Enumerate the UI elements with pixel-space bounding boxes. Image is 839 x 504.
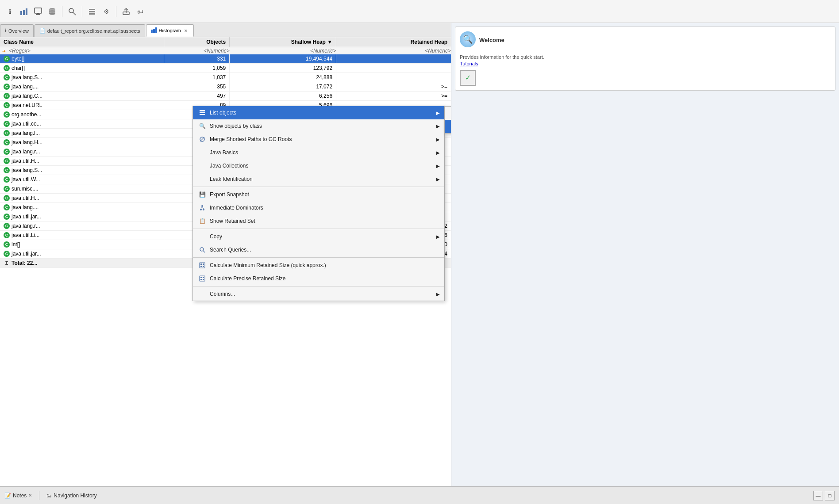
menu-item-label: Immediate Dominators bbox=[210, 205, 263, 211]
menu-copy[interactable]: Copy▶ bbox=[193, 230, 444, 243]
menu-default-icon bbox=[198, 162, 206, 170]
class-name: java.lang.S... bbox=[12, 74, 42, 80]
class-icon: C bbox=[4, 232, 10, 238]
table-row[interactable]: Cchar[]1,059123,792 bbox=[0, 64, 451, 73]
svg-rect-42 bbox=[200, 263, 202, 265]
notes-tab[interactable]: 📝 Notes ✕ bbox=[4, 493, 32, 499]
filter-classname[interactable]: <Regex> bbox=[9, 48, 31, 54]
menu-separator bbox=[193, 187, 444, 187]
menu-item-label: Show objects by class bbox=[210, 123, 262, 129]
menu-default-icon bbox=[198, 149, 206, 157]
class-icon: C bbox=[4, 195, 10, 201]
menu-show-retained[interactable]: 📋Show Retained Set bbox=[193, 214, 444, 228]
chart-toolbar-btn[interactable] bbox=[18, 5, 30, 18]
class-icon: C bbox=[4, 204, 10, 210]
maximize-btn[interactable]: □ bbox=[825, 491, 835, 500]
submenu-item-icon bbox=[450, 109, 451, 117]
submenu-arrow: ▶ bbox=[436, 177, 440, 182]
class-name: java.util.H... bbox=[12, 158, 39, 164]
info-toolbar-btn[interactable]: ℹ bbox=[4, 5, 16, 18]
welcome-box: 🔍 Welcome Provides information for the q… bbox=[455, 27, 835, 91]
tab-overview[interactable]: ℹ Overview bbox=[0, 24, 34, 37]
gear-toolbar-btn[interactable]: ⚙ bbox=[100, 5, 112, 18]
table-row[interactable]: Cjava.lang....35517,072>= bbox=[0, 82, 451, 92]
menu-calc-precise[interactable]: Calculate Precise Retained Size bbox=[193, 272, 444, 285]
navigation-tab[interactable]: 🗂 Navigation History bbox=[46, 493, 96, 499]
main-layout: ℹ Overview 📄 default_report org.eclipse.… bbox=[0, 23, 839, 486]
notes-icon: 📝 bbox=[4, 493, 11, 499]
class-icon: C bbox=[4, 65, 10, 71]
search-toolbar-btn[interactable] bbox=[66, 5, 78, 18]
menu-list-objects[interactable]: List objects▶with outgoing referenceswit… bbox=[193, 106, 444, 119]
svg-point-39 bbox=[200, 248, 204, 251]
col-objects[interactable]: Objects bbox=[164, 37, 230, 47]
total-icon: Σ bbox=[4, 260, 10, 266]
submenu-incoming[interactable]: with incoming references bbox=[445, 120, 451, 133]
submenu-arrow: ▶ bbox=[436, 150, 440, 155]
class-name: java.lang.... bbox=[12, 204, 38, 210]
svg-rect-41 bbox=[200, 263, 205, 268]
col-shallow-heap[interactable]: Shallow Heap ▼ bbox=[230, 37, 336, 47]
menu-export-snapshot[interactable]: 💾Export Snapshot bbox=[193, 188, 444, 201]
tab-report[interactable]: 📄 default_report org.eclipse.mat.api:sus… bbox=[35, 24, 145, 37]
svg-rect-46 bbox=[200, 276, 205, 281]
notes-close[interactable]: ✕ bbox=[28, 493, 32, 498]
class-name: java.util.jar... bbox=[12, 214, 41, 220]
submenu-arrow: ▶ bbox=[436, 234, 440, 239]
menu-search-queries[interactable]: Search Queries... bbox=[193, 243, 444, 256]
menu-java-basics[interactable]: Java Basics▶ bbox=[193, 146, 444, 159]
svg-line-36 bbox=[202, 207, 204, 209]
table-row[interactable]: Cjava.lang.C...4976,256>= bbox=[0, 92, 451, 101]
navigation-label: Navigation History bbox=[54, 493, 96, 499]
menu-item-label: Calculate Precise Retained Size bbox=[210, 275, 285, 282]
menu-separator bbox=[193, 229, 444, 229]
table-row[interactable]: Cbyte[]33119,494,544 bbox=[0, 54, 451, 64]
menu-item-label: Calculate Minimum Retained Size (quick a… bbox=[210, 262, 326, 268]
tab-histogram-close[interactable]: ✕ bbox=[183, 27, 189, 34]
svg-rect-0 bbox=[20, 11, 22, 15]
menu-calc-min[interactable]: Calculate Minimum Retained Size (quick a… bbox=[193, 259, 444, 272]
menu-columns[interactable]: Columns...▶ bbox=[193, 287, 444, 301]
menu-separator bbox=[193, 286, 444, 286]
database-toolbar-btn[interactable] bbox=[46, 5, 58, 18]
histogram-table[interactable]: Class Name Objects Shallow Heap ▼ Retain… bbox=[0, 37, 451, 486]
menu-item-label: Show Retained Set bbox=[210, 218, 255, 224]
menu-default-icon bbox=[198, 290, 206, 298]
filter-objects[interactable]: <Numeric> bbox=[204, 48, 230, 54]
svg-rect-4 bbox=[37, 13, 39, 14]
menu-separator bbox=[193, 257, 444, 258]
welcome-title: Welcome bbox=[479, 37, 504, 43]
filter-retained[interactable]: <Numeric> bbox=[425, 48, 451, 54]
list-toolbar-btn[interactable] bbox=[86, 5, 98, 18]
table-row[interactable]: Cjava.lang.S...1,03724,888 bbox=[0, 73, 451, 82]
col-class-name[interactable]: Class Name bbox=[0, 37, 164, 47]
objects-cell: 497 bbox=[164, 92, 230, 101]
class-icon: C bbox=[4, 111, 10, 118]
col-retained-heap[interactable]: Retained Heap bbox=[336, 37, 451, 47]
welcome-description: Provides information for the quick start… bbox=[460, 53, 831, 61]
class-name: java.lang.C... bbox=[12, 93, 42, 99]
submenu-outgoing[interactable]: with outgoing references bbox=[445, 107, 451, 120]
menu-show-by-class[interactable]: 🔍Show objects by class▶ bbox=[193, 119, 444, 133]
menu-item-label: Copy bbox=[210, 233, 222, 240]
class-icon: C bbox=[4, 223, 10, 229]
tab-histogram[interactable]: Histogram ✕ bbox=[146, 24, 194, 37]
tag-toolbar-btn[interactable]: 🏷 bbox=[134, 5, 146, 18]
menu-leak-identification[interactable]: Leak Identification▶ bbox=[193, 172, 444, 186]
menu-item-label: Java Collections bbox=[210, 163, 248, 169]
objects-cell: 1,037 bbox=[164, 73, 230, 82]
monitor-toolbar-btn[interactable] bbox=[32, 5, 44, 18]
menu-java-collections[interactable]: Java Collections▶ bbox=[193, 159, 444, 172]
minimize-btn[interactable]: — bbox=[813, 491, 823, 500]
svg-point-34 bbox=[201, 205, 203, 207]
export-toolbar-btn[interactable] bbox=[120, 5, 132, 18]
menu-list-icon bbox=[198, 109, 206, 117]
menu-immediate-dominators[interactable]: Immediate Dominators bbox=[193, 201, 444, 214]
menu-merge-paths[interactable]: Merge Shortest Paths to GC Roots▶ bbox=[193, 133, 444, 146]
tutorials-link[interactable]: Tutorials bbox=[460, 61, 831, 66]
svg-rect-50 bbox=[203, 279, 204, 280]
menu-item-label: Search Queries... bbox=[210, 247, 251, 253]
filter-shallow[interactable]: <Numeric> bbox=[310, 48, 336, 54]
menu-default-icon bbox=[198, 175, 206, 183]
filter-row: ➜ <Regex> <Numeric> <Numeric> <Numeric> bbox=[0, 47, 451, 55]
